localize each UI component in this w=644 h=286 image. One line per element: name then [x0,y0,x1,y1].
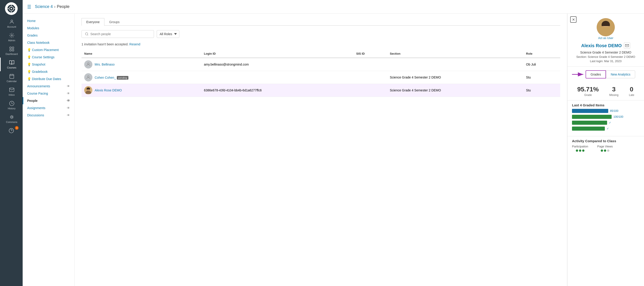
sidebar-item-snapshot[interactable]: 💡 Snapshot [23,61,74,68]
sidebar-item-grades[interactable]: Grades [23,32,74,39]
nav-label-commons: Commons [6,121,17,123]
stat-grade-value: 95.71% [577,86,599,93]
cell-name-bellinaso: Mrs. Bellinaso [82,58,201,71]
grade-score-3: ✓ [609,121,611,124]
mail-icon[interactable] [624,42,630,49]
nav-item-admin[interactable]: Admin [0,30,23,44]
nav-label-inbox: Inbox [8,93,15,96]
nav-item-commons[interactable]: Commons [0,112,23,126]
sidebar-item-people[interactable]: People 👁 [23,97,74,104]
help-badge: 3 [15,126,18,130]
page-views-dots [597,150,613,152]
nav-label-account: Account [7,25,16,28]
stat-grade-label: Grade [577,93,599,97]
panel-last-login: Last login: Mar 31, 2023 [590,59,621,63]
dot-pv-1 [601,150,603,152]
main-area: ☰ Science 4 › People Home Modules Grades… [23,0,644,286]
activity-header: Activity Compared to Class [568,136,644,145]
eye-icon-discussions: 👁 [67,113,70,117]
nav-item-inbox[interactable]: Inbox [0,85,23,98]
tab-groups[interactable]: Groups [104,18,124,26]
sidebar-label-people: People [27,99,38,102]
eye-icon-people: 👁 [67,99,70,102]
nav-item-courses[interactable]: Courses [0,58,23,71]
sidebar-item-custom-placement[interactable]: 💡 Custom Placement [23,46,74,54]
sidebar-item-announcements[interactable]: Announcements 👁 [23,83,74,90]
search-row: All Roles Teacher Student Observer Desig… [82,30,560,38]
participation-label: Participation [572,145,588,148]
nav-item-history[interactable]: History [0,98,23,112]
sidebar-item-assignments[interactable]: Assignments 👁 [23,104,74,112]
page-content: Everyone Groups All Roles Teacher Studen… [75,14,567,286]
panel-user-name: Alexis Rose DEMO [581,43,622,48]
cell-login-bellinaso: amy.bellinaso@strongmind.com [201,58,354,71]
person-link-alexis[interactable]: Alexis Rose DEMO [95,88,122,92]
panel-course-name: Science Grade 4 Semester 2 DEMO [580,51,631,54]
stat-missing: 3 Missing [609,86,618,97]
grade-bar-4 [572,126,605,131]
col-header-section: Section [387,50,523,58]
stat-late: 0 Late [629,86,634,97]
svg-rect-11 [10,49,11,51]
grade-bar-1 [572,109,608,113]
sidebar-label-course-settings: Course Settings [32,55,54,59]
tab-everyone[interactable]: Everyone [82,18,104,26]
panel-close-button[interactable]: ✕ [570,16,576,23]
nav-item-help[interactable]: 3 [0,126,23,136]
grade-score-1[interactable]: 85/100 [610,109,618,112]
lightbulb-icon-5: 💡 [27,77,31,81]
search-input[interactable] [90,32,150,36]
sidebar-item-home[interactable]: Home [23,17,74,25]
panel-name-row: Alexis Rose DEMO [581,42,630,49]
stat-late-label: Late [629,93,634,97]
sidebar-item-distribute-due-dates[interactable]: 💡 Distribute Due Dates [23,75,74,83]
pending-badge: pending [117,76,128,80]
dot-pv-2 [604,150,606,152]
nav-item-calendar[interactable]: Calendar [0,71,23,85]
sidebar-label-custom-placement: Custom Placement [32,48,59,52]
breadcrumb-course[interactable]: Science 4 [35,4,53,9]
activity-cols: Participation Page Views [568,145,644,155]
nav-item-account[interactable]: Account [0,17,23,30]
sidebar-label-snapshot: Snapshot [32,63,45,66]
roles-select[interactable]: All Roles Teacher Student Observer Desig… [157,30,179,38]
search-box [82,30,154,38]
table-header-row: Name Login ID SIS ID Section Role [82,50,560,58]
cell-sis-bellinaso [354,58,387,71]
person-name-row: Mrs. Bellinaso [84,60,198,69]
panel-stats: 95.71% Grade 3 Missing 0 Late [568,82,644,100]
act-as-user-link[interactable]: Act as User [598,36,613,40]
course-sidebar: Home Modules Grades Class Notebook 💡 Cus… [23,14,75,286]
resend-link[interactable]: Resend [129,42,140,46]
svg-point-2 [11,8,12,9]
left-navigation: Account Admin Dashboard Courses [0,0,23,286]
cell-role-bellinaso: Ob Juli [523,58,560,71]
cell-login-cohen [201,71,354,84]
person-link-cohen[interactable]: Cohen Cohen_ [95,76,116,79]
svg-point-23 [88,63,89,64]
svg-point-18 [11,116,13,118]
page-views-label: Page Views [597,145,613,148]
grade-score-2[interactable]: 100/100 [614,115,623,118]
col-header-login-id: Login ID [201,50,354,58]
sidebar-item-course-settings[interactable]: 💡 Course Settings [23,54,74,61]
analytics-button[interactable]: New Analytics [606,71,635,78]
nav-item-dashboard[interactable]: Dashboard [0,44,23,58]
sidebar-item-course-pacing[interactable]: Course Pacing 👁 [23,90,74,97]
grade-bar-3 [572,121,607,125]
right-panel: ✕ Act as User Alexis Rose DEMO [567,14,644,286]
sidebar-item-gradebook[interactable]: 💡 Gradebook [23,68,74,75]
cell-name-alexis: Alexis Rose DEMO [82,84,201,97]
app-logo[interactable] [5,2,18,15]
stat-grade: 95.71% Grade [577,86,599,97]
hamburger-menu[interactable]: ☰ [27,4,31,10]
sidebar-item-discussions[interactable]: Discussions 👁 [23,112,74,119]
person-link-bellinaso[interactable]: Mrs. Bellinaso [95,63,114,66]
sidebar-item-class-notebook[interactable]: Class Notebook [23,39,74,46]
sidebar-item-modules[interactable]: Modules [23,25,74,32]
people-tabs: Everyone Groups [82,18,560,26]
cell-section-alexis: Science Grade 4 Semester 2 DEMO [387,84,523,97]
grades-button[interactable]: Grades [586,70,606,78]
person-name-row: Alexis Rose DEMO [84,86,198,94]
sidebar-label-gradebook: Gradebook [32,70,48,73]
